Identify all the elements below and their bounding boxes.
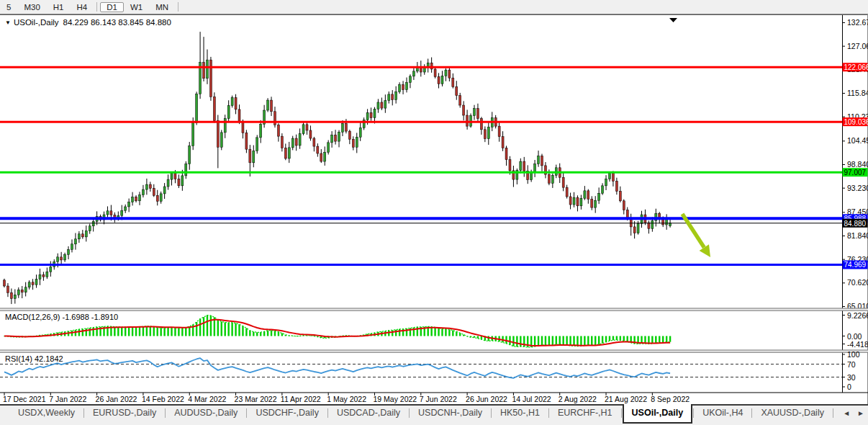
date-tick-label: 21 Aug 2022 <box>605 395 647 403</box>
rsi-label: RSI(14) 42.1842 <box>5 354 63 363</box>
svg-text:115.840: 115.840 <box>847 89 868 97</box>
timeframe-button-h1[interactable]: H1 <box>47 2 71 12</box>
date-tick-label: 17 Dec 2021 <box>3 395 46 403</box>
tab-separator <box>409 408 410 418</box>
chart-tab-hk50-h1[interactable]: HK50-,H1 <box>492 406 548 421</box>
toolbar-separator <box>96 2 97 12</box>
date-tick-label: 14 Feb 2022 <box>142 395 184 403</box>
date-tick-label: 23 Mar 2022 <box>235 395 277 403</box>
chart-tab-audusd-daily[interactable]: AUDUSD-,Daily <box>166 406 245 421</box>
svg-text:30: 30 <box>847 373 856 382</box>
tab-separator <box>491 408 492 418</box>
svg-text:74.969: 74.969 <box>844 261 867 269</box>
chart-tabs: USDX,WeeklyEURUSD-,DailyAUDUSD-,DailyUSD… <box>10 406 834 424</box>
chart-symbol-period: USOil-,Daily <box>14 18 59 27</box>
timeframe-button-m30[interactable]: M30 <box>17 2 46 12</box>
toolbar-separator <box>178 2 178 12</box>
chart-title: ▼USOil-,Daily84.229 86.143 83.845 84.880 <box>5 18 171 27</box>
svg-text:122.066: 122.066 <box>844 63 868 71</box>
chart-tab-xauusd-daily[interactable]: XAUUSD-,Daily <box>753 406 832 421</box>
tab-separator <box>327 408 328 418</box>
svg-text:-4.4188: -4.4188 <box>847 340 868 349</box>
tab-separator <box>246 408 247 418</box>
tab-separator <box>693 408 694 418</box>
tab-separator <box>165 408 166 418</box>
chart-tab-usdchf-daily[interactable]: USDCHF-,Daily <box>248 406 327 421</box>
date-tick-label: 4 Mar 2022 <box>188 395 226 403</box>
chart-tab-usdcad-daily[interactable]: USDCAD-,Daily <box>329 406 408 421</box>
chart-tab-eurusd-daily[interactable]: EURUSD-,Daily <box>85 406 164 421</box>
chart-tab-eurchf-h1[interactable]: EURCHF-,H1 <box>550 406 620 421</box>
timeframe-button-h4[interactable]: H4 <box>70 2 94 12</box>
svg-text:100: 100 <box>847 350 860 359</box>
svg-text:84.880: 84.880 <box>844 220 867 228</box>
svg-text:132.670: 132.670 <box>847 18 868 27</box>
tab-scroll-right-icon[interactable]: ► <box>857 409 864 417</box>
svg-text:9.2266: 9.2266 <box>847 311 868 320</box>
date-tick-label: 1 May 2022 <box>327 395 366 403</box>
tab-scroll-left-icon[interactable]: ◄ <box>843 409 850 417</box>
date-tick-label: 11 Apr 2022 <box>281 395 321 403</box>
tab-separator <box>548 408 549 418</box>
terminal-window: 5M30H1H4D1W1MN ▼USOil-,Daily84.229 86.14… <box>0 0 868 425</box>
tab-bar: USDX,WeeklyEURUSD-,DailyAUDUSD-,DailyUSD… <box>0 404 868 425</box>
timeframe-toolbar: 5M30H1H4D1W1MN <box>0 0 868 14</box>
tab-separator <box>83 408 84 418</box>
svg-text:81.840: 81.840 <box>847 231 868 240</box>
svg-text:97.007: 97.007 <box>844 169 867 176</box>
date-tick-label: 14 Jul 2022 <box>512 395 551 403</box>
svg-text:109.036: 109.036 <box>844 118 868 126</box>
chart-tab-usdx-weekly[interactable]: USDX,Weekly <box>10 406 83 421</box>
svg-text:70.620: 70.620 <box>847 278 868 287</box>
chart-tab-ukoil-h4[interactable]: UKOil-,H4 <box>695 406 751 421</box>
svg-text:0: 0 <box>847 382 851 391</box>
tab-separator <box>751 408 752 418</box>
svg-text:98.840: 98.840 <box>847 160 868 169</box>
chart-canvas[interactable]: 132.670127.060121.450115.840110.230104.4… <box>0 14 868 405</box>
timeframe-button-5[interactable]: 5 <box>0 2 17 12</box>
collapse-indicator-icon[interactable]: ▼ <box>5 19 11 26</box>
date-tick-label: 26 Jun 2022 <box>466 395 507 403</box>
tab-separator <box>833 408 833 418</box>
svg-text:93.230: 93.230 <box>847 184 868 192</box>
timeframe-button-mn[interactable]: MN <box>149 2 175 12</box>
tab-separator <box>621 408 622 418</box>
date-tick-label: 19 May 2022 <box>373 395 417 403</box>
svg-text:104.450: 104.450 <box>847 136 868 145</box>
date-tick-label: 7 Jan 2022 <box>49 395 86 403</box>
date-tick-label: 2 Aug 2022 <box>559 395 597 403</box>
svg-text:127.060: 127.060 <box>847 42 868 50</box>
date-tick-label: 7 Jun 2022 <box>420 395 457 403</box>
timeframe-button-w1[interactable]: W1 <box>124 2 149 12</box>
svg-text:70: 70 <box>847 360 856 369</box>
date-tick-label: 26 Jan 2022 <box>96 395 137 403</box>
chart-tab-usdcnh-daily[interactable]: USDCNH-,Daily <box>410 406 490 421</box>
chart-ohlc-values: 84.229 86.143 83.845 84.880 <box>63 18 171 27</box>
chart-tab-usoil-daily[interactable]: USOil-,Daily <box>623 404 693 424</box>
timeframe-button-d1[interactable]: D1 <box>100 2 124 12</box>
macd-label: MACD(12,26,9) -1.6988 -1.8910 <box>5 313 118 321</box>
date-tick-label: 8 Sep 2022 <box>651 395 690 403</box>
tab-scroll-nav: ◄► <box>836 409 864 417</box>
